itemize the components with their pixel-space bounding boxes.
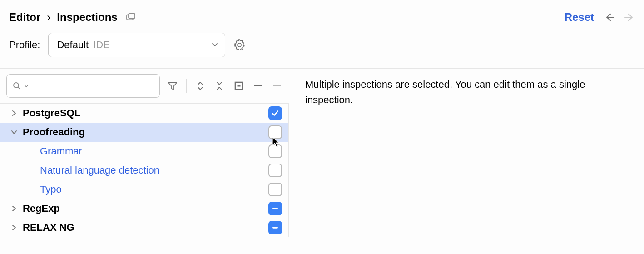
- checkbox[interactable]: [268, 183, 282, 196]
- reset-to-empty-icon[interactable]: [232, 79, 245, 93]
- add-icon[interactable]: [252, 79, 264, 93]
- chevron-down-icon: [211, 39, 218, 51]
- checkbox[interactable]: [268, 202, 282, 215]
- chevron-down-icon: [24, 84, 29, 88]
- svg-line-3: [18, 87, 20, 89]
- tree-label: Natural language detection: [40, 164, 268, 176]
- search-input[interactable]: [6, 74, 160, 98]
- tree-label: PostgreSQL: [23, 107, 268, 119]
- remove-icon[interactable]: [271, 79, 283, 93]
- tree-label: Typo: [40, 184, 268, 195]
- checkbox[interactable]: [268, 106, 282, 120]
- svg-rect-5: [237, 85, 240, 87]
- collapse-all-icon[interactable]: [213, 79, 226, 93]
- search-input-field[interactable]: [31, 81, 154, 91]
- svg-rect-7: [272, 227, 278, 229]
- chevron-down-icon: [10, 128, 18, 136]
- tree-label: RegExp: [23, 203, 268, 214]
- svg-rect-1: [129, 14, 135, 19]
- chevron-right-icon: [10, 109, 18, 117]
- detail-text: Multiple inspections are selected. You c…: [305, 77, 630, 108]
- tree-group-relax-ng[interactable]: RELAX NG: [0, 218, 288, 237]
- separator: [186, 79, 187, 93]
- tree-label: RELAX NG: [23, 222, 268, 234]
- tree-group-regexp[interactable]: RegExp: [0, 199, 288, 218]
- nav-back-icon[interactable]: [604, 12, 615, 23]
- chevron-right-icon: [10, 204, 18, 213]
- breadcrumb-root[interactable]: Editor: [9, 11, 40, 24]
- tree-item-typo[interactable]: Typo: [0, 180, 288, 199]
- chevron-right-icon: [10, 224, 18, 232]
- tree-group-postgresql[interactable]: PostgreSQL: [0, 104, 288, 123]
- tree-label: Grammar: [40, 145, 268, 157]
- expand-all-icon[interactable]: [194, 79, 207, 93]
- checkbox[interactable]: [268, 144, 282, 158]
- search-icon: [12, 81, 21, 90]
- tree-label: Proofreading: [23, 126, 268, 138]
- copy-settings-icon[interactable]: [126, 13, 136, 21]
- checkbox[interactable]: [268, 164, 282, 177]
- profile-value: Default: [57, 39, 89, 51]
- svg-rect-6: [272, 208, 278, 209]
- chevron-right-icon: ›: [47, 11, 50, 24]
- profile-label: Profile:: [9, 39, 40, 51]
- tree-item-natural-language-detection[interactable]: Natural language detection: [0, 161, 288, 180]
- nav-forward-icon[interactable]: [624, 12, 635, 23]
- checkbox[interactable]: [268, 125, 282, 139]
- breadcrumb: Editor › Inspections: [9, 11, 136, 24]
- filter-icon[interactable]: [166, 79, 179, 93]
- reset-button[interactable]: Reset: [565, 11, 594, 24]
- breadcrumb-current: Inspections: [57, 11, 117, 24]
- svg-point-2: [14, 83, 19, 88]
- tree-group-proofreading[interactable]: Proofreading: [0, 123, 288, 142]
- profile-scope-tag: IDE: [93, 39, 110, 51]
- profile-select[interactable]: Default IDE: [48, 33, 225, 57]
- tree-item-grammar[interactable]: Grammar: [0, 142, 288, 161]
- checkbox[interactable]: [268, 221, 282, 234]
- gear-icon[interactable]: [233, 39, 245, 51]
- inspections-tree[interactable]: PostgreSQL Proofreading Grammar Natur: [0, 104, 289, 237]
